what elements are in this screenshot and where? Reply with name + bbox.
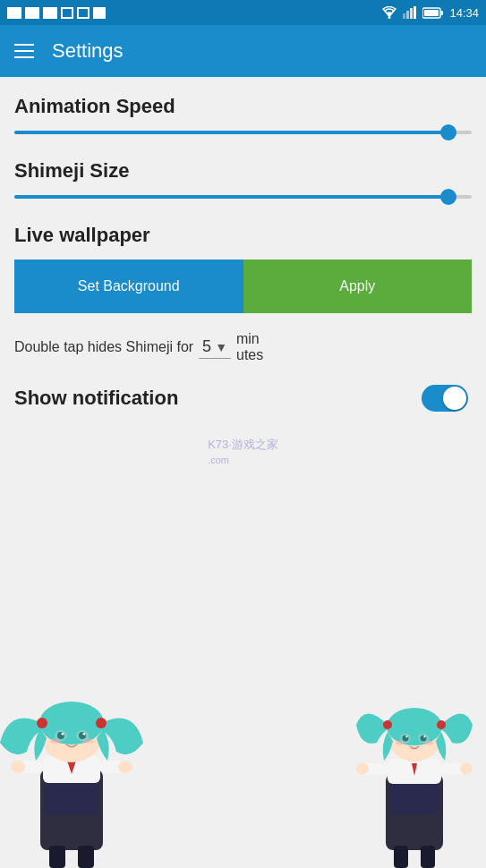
- toolbar: Settings: [0, 25, 486, 77]
- svg-rect-32: [388, 759, 441, 784]
- status-icon-5: [77, 7, 90, 19]
- shimeji-size-track[interactable]: [14, 195, 472, 199]
- status-icon-1: [7, 7, 21, 19]
- svg-point-15: [96, 718, 107, 728]
- wifi-icon: [381, 6, 397, 19]
- svg-rect-46: [362, 763, 388, 775]
- svg-point-37: [437, 720, 446, 729]
- status-icon-2: [25, 7, 39, 19]
- svg-point-26: [11, 761, 25, 773]
- svg-rect-2: [406, 11, 409, 19]
- show-notification-row: Show notification: [14, 385, 472, 412]
- status-icons: [7, 7, 106, 19]
- show-notification-label: Show notification: [14, 387, 178, 410]
- chevron-down-icon: ▼: [215, 340, 227, 354]
- minutes-label: minutes: [236, 331, 263, 363]
- svg-rect-4: [414, 6, 416, 19]
- shimeji-size-thumb[interactable]: [440, 189, 456, 205]
- hamburger-line-1: [14, 44, 34, 46]
- svg-rect-25: [100, 761, 125, 773]
- svg-point-45: [424, 741, 433, 745]
- svg-rect-24: [18, 761, 43, 773]
- svg-rect-28: [49, 846, 65, 868]
- svg-point-22: [50, 738, 61, 744]
- animation-speed-label: Animation Speed: [14, 95, 472, 118]
- hamburger-line-3: [14, 56, 34, 58]
- hamburger-line-2: [14, 50, 34, 52]
- svg-point-12: [40, 705, 103, 762]
- svg-point-38: [400, 734, 411, 744]
- watermark-sub: .com: [208, 455, 229, 465]
- double-tap-label: Double tap hides Shimeji for: [14, 339, 193, 355]
- animation-speed-fill: [14, 131, 448, 134]
- character-left-svg: [0, 644, 152, 868]
- svg-point-39: [418, 734, 429, 744]
- signal-icon: [403, 6, 417, 19]
- svg-point-14: [37, 718, 47, 728]
- menu-button[interactable]: [14, 44, 34, 58]
- svg-point-43: [423, 736, 425, 737]
- svg-point-19: [79, 732, 86, 739]
- svg-rect-1: [403, 13, 405, 19]
- character-right-svg: [343, 653, 486, 868]
- live-wallpaper-section: Live wallpaper Set Background Apply: [14, 224, 472, 313]
- svg-rect-7: [424, 10, 439, 16]
- svg-point-36: [383, 720, 392, 729]
- svg-rect-33: [408, 747, 421, 762]
- svg-point-42: [405, 736, 407, 737]
- double-tap-row: Double tap hides Shimeji for 5 ▼ minutes: [14, 331, 472, 363]
- svg-point-34: [388, 711, 441, 762]
- svg-point-16: [55, 730, 67, 741]
- status-icon-6: [93, 7, 106, 19]
- svg-rect-30: [386, 774, 443, 850]
- svg-point-41: [421, 736, 427, 742]
- double-tap-dropdown[interactable]: 5 ▼: [199, 336, 231, 359]
- svg-point-18: [57, 732, 64, 739]
- animation-speed-track[interactable]: [14, 131, 472, 134]
- character-left: [0, 644, 152, 868]
- status-icon-4: [61, 7, 73, 19]
- svg-rect-3: [410, 8, 413, 19]
- svg-point-23: [82, 738, 93, 744]
- svg-rect-8: [40, 770, 103, 850]
- svg-point-17: [76, 730, 89, 741]
- svg-rect-29: [78, 846, 94, 868]
- battery-icon: [422, 7, 444, 19]
- characters-area: [0, 600, 486, 868]
- dropdown-value: 5: [202, 337, 211, 356]
- svg-rect-9: [45, 770, 98, 814]
- svg-point-27: [118, 761, 132, 773]
- time-display: 14:34: [449, 6, 479, 20]
- svg-rect-11: [64, 743, 79, 759]
- apply-button[interactable]: Apply: [243, 260, 473, 313]
- status-icon-3: [43, 7, 57, 19]
- svg-point-35: [387, 708, 442, 745]
- watermark: K73·游戏之家 .com: [208, 437, 278, 466]
- set-background-button[interactable]: Set Background: [14, 260, 243, 313]
- svg-rect-6: [441, 11, 443, 15]
- toolbar-title: Settings: [52, 39, 124, 63]
- wallpaper-buttons-row: Set Background Apply: [14, 260, 472, 313]
- svg-rect-50: [394, 846, 408, 868]
- svg-point-21: [83, 733, 86, 736]
- shimeji-size-fill: [14, 195, 448, 199]
- svg-rect-31: [390, 774, 439, 814]
- main-content: Animation Speed Shimeji Size Live wallpa…: [0, 77, 486, 412]
- svg-point-44: [396, 741, 405, 745]
- svg-point-49: [460, 763, 473, 775]
- status-right: 14:34: [381, 6, 479, 20]
- shimeji-size-label: Shimeji Size: [14, 159, 472, 183]
- live-wallpaper-label: Live wallpaper: [14, 224, 472, 247]
- notification-toggle[interactable]: [422, 385, 468, 412]
- animation-speed-section: Animation Speed: [14, 95, 472, 134]
- svg-point-40: [403, 736, 409, 742]
- animation-speed-thumb[interactable]: [440, 124, 456, 140]
- shimeji-size-section: Shimeji Size: [14, 159, 472, 199]
- watermark-text: K73·游戏之家: [208, 438, 278, 451]
- svg-rect-47: [441, 763, 466, 775]
- svg-rect-51: [421, 846, 435, 868]
- svg-point-13: [39, 702, 104, 745]
- svg-rect-10: [43, 756, 100, 783]
- svg-point-20: [62, 733, 64, 736]
- status-bar: 14:34: [0, 0, 486, 25]
